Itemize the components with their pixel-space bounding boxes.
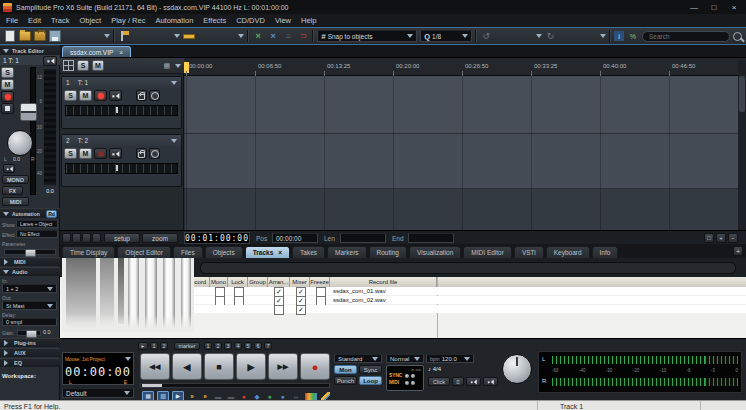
column-record-file[interactable]: Record file [330,277,437,287]
master-volume-knob[interactable] [502,354,532,384]
midi-section-header[interactable]: MIDI [0,257,60,266]
zoom-out-icon[interactable]: − [728,233,738,243]
mixer-checkbox[interactable]: ✓ [296,305,306,315]
tab-routing[interactable]: Routing [369,246,407,258]
menu-play-rec[interactable]: Play / Rec [111,16,145,25]
track-1-title[interactable]: 1 T: 1 [62,77,181,88]
parameter-slider[interactable] [4,249,56,255]
pan-knob[interactable] [7,130,33,156]
sync-toggle[interactable]: Sync [359,365,382,374]
mute-button[interactable]: M [79,90,92,101]
chevron-down-icon[interactable] [171,81,177,88]
range-icon[interactable]: ▸ [138,342,148,350]
marker-tool-icon[interactable] [118,30,130,42]
go-to-start-button[interactable]: ◀◀ [140,353,170,380]
trim-icon[interactable]: ≡ [282,30,294,42]
automation-header[interactable]: Automation Rd [0,208,60,218]
redo-icon[interactable]: ↻ [545,30,557,42]
delete-track-icon[interactable]: × [267,30,279,42]
automation-read-button[interactable]: Rd [46,210,57,218]
menu-object[interactable]: Object [80,16,102,25]
vertical-scrollbar[interactable] [738,60,746,230]
mono-button[interactable]: MONO [2,175,29,184]
menu-track[interactable]: Track [51,16,69,25]
marker-1-button[interactable]: 1 [204,342,212,350]
menu-file[interactable]: File [6,16,18,25]
chevron-down-icon[interactable] [125,357,131,364]
tab-takes[interactable]: Takes [292,246,325,258]
track-header-1[interactable]: 1 T: 1 S M [61,76,182,129]
volume-handle[interactable] [116,107,118,113]
record-arm-button[interactable] [94,148,107,159]
layout-icon[interactable]: ▦ [163,62,170,70]
track-volume-strip[interactable] [65,105,178,116]
column-mono[interactable]: Mono [210,277,228,287]
input-monitor-button[interactable] [1,103,14,114]
mute-button[interactable]: M [1,79,14,90]
scrollbar-thumb[interactable] [142,384,162,387]
mute-button[interactable]: M [79,148,92,159]
zoom-button[interactable]: zoom [142,233,178,243]
all-solo-button[interactable]: S [77,60,89,71]
new-project-icon[interactable] [4,30,16,42]
zoom-preset-2[interactable] [72,233,81,243]
maximize-icon[interactable]: □ [705,3,723,12]
solo-button[interactable]: S [1,67,14,78]
record-mode-select[interactable]: Standard [334,354,382,363]
draw-dropdown-icon[interactable] [238,34,244,41]
record-arm-button[interactable] [1,91,14,102]
midi-in-knob[interactable] [405,381,409,385]
minimize-icon[interactable]: — [685,3,703,12]
click-button[interactable]: Click [428,377,450,386]
monitor-toggle[interactable]: Mon [334,365,357,374]
marker-5-button[interactable]: 5 [244,342,252,350]
tab-visualization[interactable]: Visualization [409,246,461,258]
track-1-lane[interactable] [184,76,738,134]
column-arrangement[interactable]: Arran... [268,277,290,287]
rewind-button[interactable]: ◀ [172,353,202,380]
range-2-button[interactable]: 2 [160,342,168,350]
track-2-lane[interactable] [184,134,738,189]
menu-help[interactable]: Help [301,16,316,25]
snap-select[interactable]: # Snap to objects [317,30,417,42]
speaker-b-button[interactable] [483,377,498,386]
solo-button[interactable]: S [64,90,77,101]
bpm-select[interactable]: bpm 120.0 [426,354,474,363]
zoom-preset-1[interactable] [62,233,71,243]
time-mode-label[interactable]: Mouse: 1st Project [65,357,105,362]
arrangement-checkbox[interactable] [274,305,284,315]
midi-out-knob[interactable] [411,381,415,385]
lock-button[interactable] [136,90,147,101]
monitor-button[interactable] [109,148,122,159]
redo-dropdown-icon[interactable] [600,34,606,41]
volume-fader-handle[interactable] [20,103,37,121]
pos-field[interactable]: 00:00:00 [272,233,318,243]
workspace-select[interactable]: Default [62,388,134,398]
sync-in-knob[interactable] [405,374,409,378]
percent-icon[interactable]: % [627,30,639,42]
setup-button[interactable]: setup [104,233,140,243]
track-volume-strip[interactable] [65,163,178,174]
punch-toggle[interactable]: Punch [334,376,357,385]
marker-button[interactable]: marker [174,342,200,350]
transport-time-display[interactable]: Mouse: 1st Project 00:00:00 L E [62,352,134,385]
gain-slider[interactable] [17,330,41,336]
tab-time-display[interactable]: Time Display [62,246,115,258]
tab-keyboard[interactable]: Keyboard [546,246,590,258]
close-icon[interactable]: × [725,3,743,12]
fx-button[interactable]: FX [2,186,23,195]
play-button[interactable]: ▶ [236,353,266,380]
audio-out-select[interactable]: St Mast [2,301,57,310]
eq-section-header[interactable]: EQ [0,358,60,367]
tempo-mode-select[interactable]: Normal [386,354,424,363]
click-options-icon[interactable]: ≡ [452,377,464,386]
audio-section-header[interactable]: Audio [0,267,60,276]
transport-scrollbar[interactable] [140,383,330,388]
aux-section-header[interactable]: AUX [0,348,60,357]
forward-button[interactable]: ▶▶ [268,353,298,380]
arranger-canvas[interactable] [184,76,738,230]
tab-close-icon[interactable]: × [278,249,282,256]
tab-files[interactable]: Files [173,246,203,258]
menu-automation[interactable]: Automation [155,16,193,25]
marker-dropdown-icon[interactable] [174,34,180,41]
